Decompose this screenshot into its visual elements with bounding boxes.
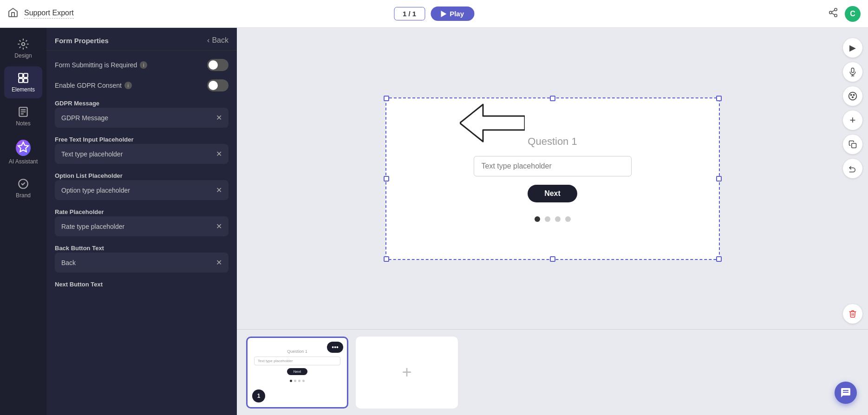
form-dot-3 — [555, 216, 561, 222]
resize-handle-mt[interactable] — [550, 96, 555, 101]
sidebar-ai-label: AI Assistant — [9, 158, 38, 165]
share-icon[interactable] — [828, 7, 838, 20]
topbar: Support Export 1 / 1 Play C — [0, 0, 868, 28]
free-text-input[interactable]: Text type placeholder ✕ — [55, 144, 228, 164]
thumb-input-1: Text type placeholder — [254, 357, 340, 365]
back-button[interactable]: ‹ Back — [207, 36, 228, 45]
thumbnail-strip: ••• Question 1 Text type placeholder Nex… — [237, 329, 868, 415]
form-submitting-toggle[interactable] — [207, 59, 228, 71]
option-list-section: Option List Placeholder Option type plac… — [55, 172, 228, 200]
form-dot-1 — [535, 216, 540, 222]
rate-clear-icon[interactable]: ✕ — [216, 222, 222, 231]
thumbnail-card-1[interactable]: ••• Question 1 Text type placeholder Nex… — [246, 337, 348, 409]
back-btn-clear-icon[interactable]: ✕ — [216, 258, 222, 267]
thumb-dot-2 — [294, 380, 296, 382]
play-label: Play — [450, 10, 464, 18]
gdpr-toggle-row: Enable GDPR Consent i — [55, 79, 228, 91]
svg-rect-23 — [852, 143, 856, 148]
chat-bubble-button[interactable] — [835, 382, 857, 404]
sidebar-item-design[interactable]: Design — [4, 32, 42, 65]
canvas-main: Question 1 Next ▶ — [237, 28, 868, 329]
svg-rect-8 — [19, 78, 23, 83]
back-btn-section: Back Button Text Back ✕ — [55, 245, 228, 272]
play-triangle-icon — [441, 11, 446, 17]
thumb-dot-3 — [298, 380, 300, 382]
add-action-button[interactable]: + — [843, 110, 862, 130]
topbar-center: 1 / 1 Play — [394, 6, 474, 21]
svg-marker-14 — [18, 142, 28, 152]
form-widget[interactable]: Question 1 Next — [385, 97, 720, 260]
gdpr-message-section: GDPR Message GDPR Message ✕ — [55, 100, 228, 128]
sidebar-item-notes[interactable]: Notes — [4, 100, 42, 132]
user-avatar[interactable]: C — [845, 6, 861, 22]
thumbnail-add-card[interactable]: + — [356, 337, 458, 409]
main-layout: Design Elements Notes — [0, 28, 868, 415]
next-btn-section-label: Next Button Text — [55, 281, 228, 288]
thumb-question-1: Question 1 — [287, 349, 307, 354]
back-btn-input[interactable]: Back ✕ — [55, 253, 228, 272]
resize-handle-mb[interactable] — [550, 256, 555, 262]
props-panel-body: Form Submitting is Required i Enable GDP… — [46, 51, 237, 415]
free-text-value: Text type placeholder — [61, 150, 123, 158]
rate-input[interactable]: Rate type placeholder ✕ — [55, 216, 228, 236]
svg-point-22 — [852, 97, 854, 98]
gdpr-toggle[interactable] — [207, 79, 228, 91]
svg-point-5 — [22, 43, 25, 46]
add-slide-icon: + — [402, 363, 411, 382]
option-list-clear-icon[interactable]: ✕ — [216, 186, 222, 195]
back-btn-value: Back — [61, 259, 76, 266]
resize-handle-ml[interactable] — [384, 176, 389, 182]
copy-action-button[interactable] — [843, 135, 862, 154]
thumb-next-btn: Next — [287, 368, 307, 375]
form-submitting-info-icon[interactable]: i — [140, 61, 147, 69]
palette-action-button[interactable] — [843, 86, 862, 106]
thumbnail-badge-1: 1 — [252, 389, 265, 402]
canvas-area: Question 1 Next ▶ — [237, 28, 868, 415]
home-icon[interactable] — [7, 7, 19, 21]
form-next-button[interactable]: Next — [528, 185, 577, 202]
props-panel-header: Form Properties ‹ Back — [46, 28, 237, 51]
free-text-clear-icon[interactable]: ✕ — [216, 149, 222, 158]
form-question: Question 1 — [528, 136, 577, 148]
resize-handle-mr[interactable] — [716, 176, 722, 182]
sidebar-item-elements[interactable]: Elements — [4, 66, 42, 98]
resize-handle-bl[interactable] — [384, 256, 389, 262]
toggle-knob — [209, 60, 218, 70]
sidebar-elements-label: Elements — [12, 86, 35, 93]
undo-action-button[interactable] — [843, 159, 862, 178]
sidebar-item-brand[interactable]: Brand — [4, 172, 42, 204]
icon-nav: Design Elements Notes — [0, 28, 46, 415]
svg-rect-7 — [24, 73, 28, 78]
next-btn-section: Next Button Text — [55, 281, 228, 284]
form-submitting-label: Form Submitting is Required i — [55, 61, 147, 69]
mic-action-button[interactable] — [843, 62, 862, 82]
play-action-button[interactable]: ▶ — [843, 38, 862, 58]
play-button[interactable]: Play — [431, 6, 474, 21]
resize-handle-br[interactable] — [716, 256, 722, 262]
form-text-input[interactable] — [474, 156, 632, 176]
gdpr-message-input[interactable]: GDPR Message ✕ — [55, 108, 228, 128]
option-list-input[interactable]: Option type placeholder ✕ — [55, 180, 228, 200]
svg-line-4 — [832, 10, 835, 12]
props-panel-title: Form Properties — [55, 37, 109, 45]
resize-handle-tl[interactable] — [384, 96, 389, 101]
form-pagination-dots — [535, 216, 571, 222]
topbar-right-actions: C — [828, 6, 861, 22]
thumbnail-menu-dots[interactable]: ••• — [327, 342, 343, 353]
gdpr-knob — [209, 81, 218, 90]
form-dot-4 — [565, 216, 571, 222]
svg-rect-16 — [851, 68, 854, 72]
sidebar-design-label: Design — [14, 52, 32, 59]
sidebar-item-ai-assistant[interactable]: AI Assistant — [4, 134, 42, 170]
gdpr-message-clear-icon[interactable]: ✕ — [216, 113, 222, 122]
svg-line-3 — [832, 13, 835, 15]
form-dot-2 — [545, 216, 550, 222]
gdpr-info-icon[interactable]: i — [124, 82, 132, 89]
chevron-left-icon: ‹ — [207, 36, 209, 45]
delete-action-button[interactable] — [843, 304, 862, 324]
free-text-section: Free Text Input Placeholder Text type pl… — [55, 136, 228, 164]
gdpr-message-value: GDPR Message — [61, 114, 108, 122]
sidebar-notes-label: Notes — [16, 120, 30, 127]
sidebar-brand-label: Brand — [16, 192, 31, 199]
resize-handle-tr[interactable] — [716, 96, 722, 101]
